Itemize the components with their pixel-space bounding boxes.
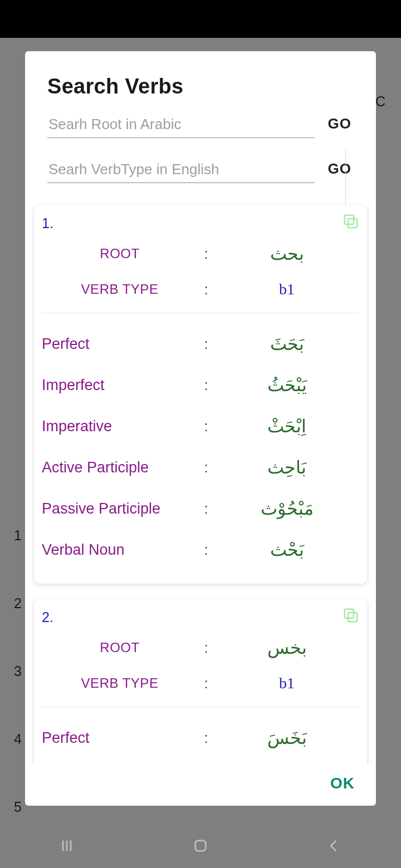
back-button[interactable] xyxy=(323,835,345,857)
colon: : xyxy=(198,336,214,353)
value-active-participle: بَاحِث xyxy=(214,457,359,478)
value-root: بحث xyxy=(214,243,359,264)
search-verbs-dialog: Search Verbs GO GO 1. ROOT : بحث VERB TY… xyxy=(25,51,376,806)
colon: : xyxy=(198,729,214,747)
copy-icon[interactable] xyxy=(343,607,359,624)
copy-icon[interactable] xyxy=(343,213,359,230)
label-perfect: Perfect xyxy=(42,336,198,353)
colon: : xyxy=(198,675,214,692)
label-root: ROOT xyxy=(42,246,198,262)
search-root-row: GO xyxy=(47,110,354,138)
colon: : xyxy=(198,500,214,517)
svg-rect-1 xyxy=(345,215,354,224)
label-verbal-noun: Verbal Noun xyxy=(42,541,198,559)
colon: : xyxy=(198,459,214,476)
colon: : xyxy=(198,377,214,394)
home-button[interactable] xyxy=(189,835,212,857)
value-perfect: بَحَثَ xyxy=(214,333,359,354)
android-nav-bar xyxy=(0,823,401,868)
colon: : xyxy=(198,639,214,657)
value-root: بخس xyxy=(214,637,359,658)
svg-rect-7 xyxy=(195,841,206,851)
go-button-type[interactable]: GO xyxy=(326,155,354,183)
search-root-input[interactable] xyxy=(47,111,315,138)
label-verb-type: VERB TYPE xyxy=(42,675,198,691)
value-passive-participle: مَبْحُوْث xyxy=(214,498,359,519)
result-card: 1. ROOT : بحث VERB TYPE : b1 Perfect : ب… xyxy=(34,205,367,584)
label-root: ROOT xyxy=(42,640,198,655)
label-perfect: Perfect xyxy=(42,729,198,747)
svg-rect-3 xyxy=(345,609,354,618)
value-imperfect: يَبْحَثُ xyxy=(214,374,359,396)
value-verb-type: b1 xyxy=(214,280,359,298)
colon: : xyxy=(198,541,214,559)
recents-button[interactable] xyxy=(56,835,78,857)
card-index: 2. xyxy=(42,609,359,625)
ok-button[interactable]: OK xyxy=(330,775,355,792)
svg-rect-2 xyxy=(348,613,357,622)
label-verb-type: VERB TYPE xyxy=(42,282,198,297)
value-imperative: اِبْحَثْ xyxy=(214,416,359,437)
value-perfect: بَخَسَ xyxy=(214,727,359,748)
go-button-root[interactable]: GO xyxy=(326,110,354,138)
colon: : xyxy=(198,281,214,298)
results-list[interactable]: 1. ROOT : بحث VERB TYPE : b1 Perfect : ب… xyxy=(25,200,376,765)
label-imperfect: Imperfect xyxy=(42,377,198,394)
card-separator xyxy=(42,313,359,313)
result-card: 2. ROOT : بخس VERB TYPE : b1 Perfect : ب… xyxy=(34,599,367,765)
status-bar xyxy=(0,0,401,38)
dialog-title: Search Verbs xyxy=(47,75,354,98)
svg-rect-0 xyxy=(348,219,357,228)
value-verbal-noun: بَحْث xyxy=(214,539,359,560)
search-type-row: GO xyxy=(47,155,354,183)
colon: : xyxy=(198,245,214,263)
card-separator xyxy=(42,707,359,707)
label-active-participle: Active Participle xyxy=(42,459,198,476)
card-index: 1. xyxy=(42,215,359,231)
search-verbtype-input[interactable] xyxy=(47,156,315,183)
label-passive-participle: Passive Participle xyxy=(42,500,198,517)
label-imperative: Imperative xyxy=(42,418,198,435)
value-verb-type: b1 xyxy=(214,674,359,692)
colon: : xyxy=(198,418,214,435)
